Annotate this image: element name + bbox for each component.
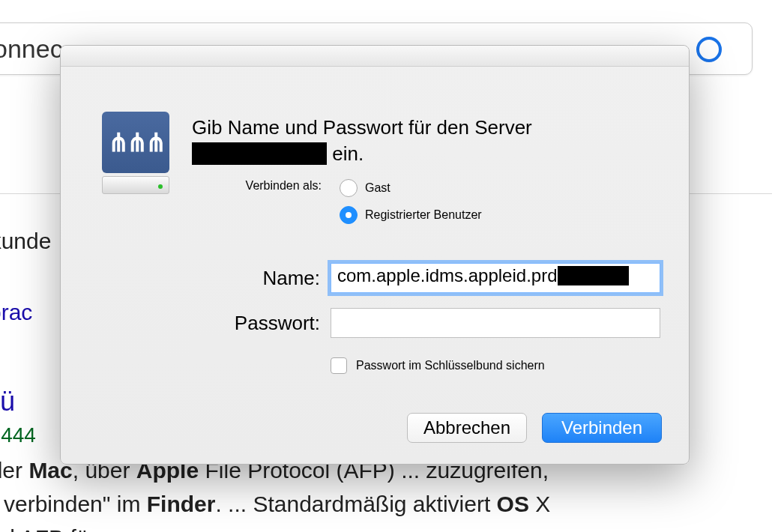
dialog-titlebar — [61, 46, 689, 67]
name-label: Name: — [192, 267, 331, 290]
cancel-label: Abbrechen — [423, 417, 510, 438]
connect-as-radios: Gast Registrierter Benutzer — [340, 179, 482, 233]
connect-as-label: Verbinden als: — [192, 179, 331, 193]
result-title[interactable]: g ü — [0, 386, 15, 417]
radio-registered-row[interactable]: Registrierter Benutzer — [340, 206, 482, 224]
search-icon[interactable] — [696, 37, 722, 62]
name-row: Name: com.apple.idms.appleid.prd — [192, 263, 660, 293]
network-drive-icon: ⋔⋔⋔ — [102, 112, 169, 194]
redacted-server-name — [192, 142, 327, 165]
password-row: Passwort: — [192, 308, 660, 338]
radio-registered[interactable] — [340, 206, 358, 224]
people-icon: ⋔⋔⋔ — [108, 127, 164, 157]
result-url: 20444 — [0, 423, 36, 447]
radio-guest[interactable] — [340, 179, 358, 197]
name-field[interactable]: com.apple.idms.appleid.prd — [331, 263, 660, 293]
search-text: onnec — [0, 34, 63, 64]
connect-as-row: Verbinden als: — [192, 179, 331, 193]
connect-button[interactable]: Verbinden — [542, 413, 662, 443]
dialog-buttons: Abbrechen Verbinden — [407, 413, 662, 443]
connect-to-server-dialog: ⋔⋔⋔ Gib Name und Passwort für den Server… — [60, 45, 690, 465]
radio-guest-label: Gast — [365, 181, 390, 195]
connect-label: Verbinden — [561, 417, 642, 438]
redacted-name-suffix — [558, 266, 629, 285]
password-field[interactable] — [331, 308, 660, 338]
bg-fragment: ekunde — [0, 229, 51, 254]
result-snippet: t der Mac, über Apple File Protocol (AFP… — [0, 453, 772, 532]
message-pre: Gib Name und Passwort für den Server — [192, 116, 532, 139]
cancel-button[interactable]: Abbrechen — [407, 413, 527, 443]
radio-guest-row[interactable]: Gast — [340, 179, 482, 197]
radio-registered-label: Registrierter Benutzer — [365, 208, 482, 222]
message-post-text: ein. — [332, 142, 364, 165]
password-label: Passwort: — [192, 312, 331, 335]
keychain-label: Passwort im Schlüsselbund sichern — [356, 359, 545, 372]
name-value: com.apple.idms.appleid.prd — [337, 265, 558, 285]
keychain-checkbox[interactable] — [331, 357, 347, 374]
keychain-row[interactable]: Passwort im Schlüsselbund sichern — [331, 357, 545, 374]
dialog-message: Gib Name und Passwort für den Server ein… — [192, 115, 657, 167]
result-link[interactable]: sprac — [0, 300, 32, 325]
